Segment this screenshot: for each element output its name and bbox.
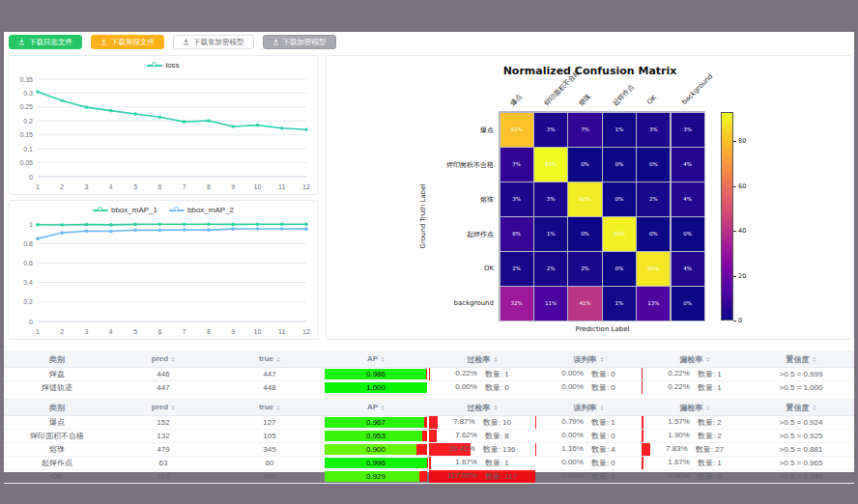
matrix-cell: 2% — [637, 182, 670, 216]
column-header[interactable]: 过检率 — [429, 351, 535, 368]
svg-text:5: 5 — [133, 183, 137, 190]
true-cell: 100 — [216, 470, 323, 484]
svg-text:11: 11 — [278, 183, 285, 190]
sort-icon[interactable] — [706, 404, 710, 412]
sort-icon[interactable] — [494, 355, 498, 364]
column-header[interactable]: 类别 — [4, 351, 110, 368]
confidence-cell: >0.5 = 1.000 — [748, 381, 854, 395]
sort-icon[interactable] — [276, 404, 280, 412]
table-row[interactable]: 焊盘4464470.9860.22%数量: 10.00%数量: 00.22%数量… — [4, 368, 854, 381]
table-row[interactable]: 熔珠4793450.90039.42%数量: 1361.16%数量: 47.83… — [4, 443, 854, 457]
misjudge-rate-cell: 1.16%数量: 4 — [535, 443, 642, 457]
matrix-row-label: 爆点 — [378, 126, 494, 135]
rate-value: 0.00% — [561, 471, 584, 482]
rate-count: 数量: 0 — [591, 431, 615, 441]
column-header[interactable]: 过检率 — [429, 400, 535, 416]
matrix-col-label: 熔珠 — [576, 92, 592, 108]
download-report-button[interactable]: 下载简报文件 — [91, 35, 164, 49]
map-chart-card: bbox_mAP_1bbox_mAP_2 00.20.40.60.8112345… — [8, 200, 319, 340]
download-encrypted-model-button[interactable]: 下载加密模型 — [263, 35, 336, 49]
svg-text:11: 11 — [278, 328, 285, 335]
legend-item[interactable]: bbox_mAP_2 — [169, 206, 234, 214]
rate-count: 数量: 1 — [698, 458, 722, 468]
svg-text:9: 9 — [231, 328, 235, 335]
rate-count: 数量: 117 — [485, 471, 517, 482]
svg-text:6: 6 — [157, 328, 161, 335]
matrix-cell: 4% — [672, 182, 704, 216]
sort-icon[interactable] — [600, 355, 604, 364]
column-header[interactable]: 漏检率 — [642, 400, 748, 416]
download-log-button[interactable]: 下载日志文件 — [9, 35, 82, 49]
sort-icon[interactable] — [171, 355, 175, 364]
rate-count: 数量: 1 — [591, 417, 615, 428]
sort-icon[interactable] — [813, 355, 816, 364]
matrix-cell: 32% — [500, 287, 533, 321]
column-header[interactable]: true — [216, 351, 323, 368]
rate-value: 0.00% — [561, 431, 584, 441]
rate-value: 1.67% — [668, 458, 690, 468]
rate-count: 数量: 1 — [698, 369, 722, 379]
category-cell: 熔珠 — [4, 443, 110, 457]
over-rate-cell: 0.00%数量: 0 — [429, 381, 535, 395]
sort-icon[interactable] — [276, 355, 280, 364]
table-row[interactable]: 焊缝轨迹4474481.0000.00%数量: 00.00%数量: 00.22%… — [4, 381, 854, 395]
miss-rate-cell: 7.83%数量: 27 — [642, 443, 748, 457]
rate-value: 0.22% — [668, 382, 690, 393]
sort-icon[interactable] — [600, 404, 604, 412]
confusion-matrix-card: Normalized Confusion Matrix 81%3%7%1%3%3… — [326, 55, 854, 340]
svg-text:6: 6 — [157, 183, 161, 190]
loss-line-chart[interactable]: 00.050.10.150.20.250.30.3512345678910111… — [9, 71, 318, 194]
table-row[interactable]: 起焊作点63600.9961.67%数量: 10.00%数量: 01.67%数量… — [4, 457, 854, 470]
sort-icon[interactable] — [381, 404, 385, 412]
svg-text:10: 10 — [254, 183, 262, 190]
matrix-cell: 0% — [603, 252, 636, 286]
column-header[interactable]: AP — [323, 400, 429, 416]
column-header[interactable]: pred — [110, 351, 216, 368]
over-rate-cell: 39.42%数量: 136 — [429, 443, 535, 457]
download-icon — [272, 39, 279, 45]
column-header[interactable]: pred — [110, 400, 216, 416]
download-unencrypted-model-button[interactable]: 下载非加密模型 — [173, 35, 254, 49]
column-header[interactable]: 误判率 — [535, 400, 642, 416]
rate-count: 数量: 0 — [698, 471, 722, 482]
column-header[interactable]: 误判率 — [535, 351, 642, 368]
column-header[interactable]: 置信度 — [748, 351, 854, 368]
column-header[interactable]: AP — [323, 351, 429, 368]
rate-count: 数量: 1 — [485, 369, 509, 379]
matrix-cell: 4% — [672, 148, 704, 182]
column-header[interactable]: true — [216, 400, 323, 416]
sort-icon[interactable] — [381, 355, 385, 364]
loss-chart-legend: loss — [9, 61, 318, 70]
matrix-row-label: 焊印面积不合格 — [378, 160, 494, 170]
rate-value: 0.00% — [561, 382, 584, 393]
column-header[interactable]: 漏检率 — [642, 351, 748, 368]
matrix-cell: 89% — [637, 252, 670, 286]
legend-item[interactable]: loss — [147, 61, 179, 70]
table-row[interactable]: 爆点1521270.9677.87%数量: 100.79%数量: 11.57%数… — [4, 416, 854, 430]
table-row[interactable]: OK1171000.929117.00%数量: 1170.00%数量: 00.0… — [4, 470, 854, 484]
column-header[interactable]: 置信度 — [748, 400, 854, 416]
map-line-chart[interactable]: 00.20.40.60.81123456789101112 — [9, 216, 318, 339]
sort-icon[interactable] — [813, 404, 816, 412]
svg-text:0.25: 0.25 — [19, 103, 33, 110]
legend-label: loss — [165, 61, 179, 70]
rate-count: 数量: 1 — [698, 382, 722, 393]
confusion-matrix-title: Normalized Confusion Matrix — [327, 65, 853, 77]
true-cell: 447 — [216, 368, 323, 381]
sort-icon[interactable] — [171, 404, 175, 412]
map-chart-legend: bbox_mAP_1bbox_mAP_2 — [9, 206, 318, 214]
svg-text:0.1: 0.1 — [23, 146, 33, 153]
svg-text:5: 5 — [133, 328, 137, 335]
sort-icon[interactable] — [706, 355, 710, 364]
legend-line-icon — [93, 210, 108, 211]
matrix-cell: 2% — [534, 252, 567, 286]
misjudge-rate-cell: 0.00%数量: 0 — [535, 470, 642, 484]
column-header[interactable]: 类别 — [4, 400, 110, 416]
true-cell: 345 — [216, 443, 323, 457]
legend-item[interactable]: bbox_mAP_1 — [93, 206, 157, 214]
colorbar-tick: 80 — [738, 137, 746, 145]
miss-rate-cell: 1.90%数量: 2 — [642, 430, 748, 443]
sort-icon[interactable] — [494, 404, 498, 412]
matrix-cell: 1% — [603, 113, 636, 147]
table-row[interactable]: 焊印面积不合格1321050.9537.62%数量: 80.00%数量: 01.… — [4, 430, 854, 443]
